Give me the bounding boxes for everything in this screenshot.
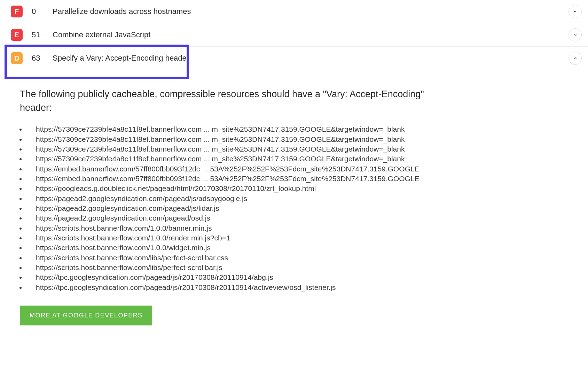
resource-url-item: https://scripts.host.bannerflow.com/1.0.…	[26, 223, 573, 233]
resource-url-item: https://57309ce7239bfe4a8c11f8ef.bannerf…	[26, 144, 573, 154]
resource-url-item: https://pagead2.googlesyndication.com/pa…	[26, 203, 573, 213]
audit-row-vary-header[interactable]: D 63 Specify a Vary: Accept-Encoding hea…	[5, 47, 588, 70]
expand-toggle[interactable]	[569, 5, 582, 18]
resource-url-item: https://pagead2.googlesyndication.com/pa…	[26, 194, 573, 203]
grade-badge: D	[11, 52, 23, 64]
resource-url-item: https://tpc.googlesyndication.com/pagead…	[26, 283, 573, 292]
resource-url-item: https://scripts.host.bannerflow.com/libs…	[26, 253, 573, 263]
resource-url-list: https://57309ce7239bfe4a8c11f8ef.bannerf…	[20, 124, 573, 292]
chevron-up-icon	[573, 56, 578, 61]
chevron-down-icon	[573, 9, 578, 14]
resource-url-item: https://embed.bannerflow.com/57ff800fbb0…	[26, 174, 573, 184]
score-value: 51	[32, 30, 53, 39]
audit-row-combine-js[interactable]: E 51 Combine external JavaScript	[5, 23, 588, 47]
audit-detail-panel: The following publicly cacheable, compre…	[5, 70, 588, 339]
audit-title: Combine external JavaScript	[53, 30, 569, 39]
resource-url-item: https://pagead2.googlesyndication.com/pa…	[26, 213, 573, 223]
resource-url-item: https://scripts.host.bannerflow.com/libs…	[26, 263, 573, 272]
resource-url-item: https://scripts.host.bannerflow.com/1.0.…	[26, 233, 573, 243]
grade-badge: F	[11, 6, 23, 17]
audit-row-parallelize[interactable]: F 0 Parallelize downloads across hostnam…	[5, 0, 588, 23]
more-at-google-button[interactable]: MORE AT GOOGLE DEVELOPERS	[20, 306, 152, 325]
score-value: 0	[32, 7, 53, 16]
detail-heading: The following publicly cacheable, compre…	[20, 87, 455, 115]
resource-url-item: https://embed.bannerflow.com/57ff800fbb0…	[26, 164, 573, 174]
audit-title: Specify a Vary: Accept-Encoding header	[53, 54, 569, 63]
resource-url-item: https://tpc.googlesyndication.com/pagead…	[26, 272, 573, 282]
grade-badge: E	[11, 29, 23, 41]
resource-url-item: https://googleads.g.doubleclick.net/page…	[26, 184, 573, 193]
expand-toggle[interactable]	[569, 28, 582, 41]
resource-url-item: https://scripts.host.bannerflow.com/1.0.…	[26, 243, 573, 253]
collapse-toggle[interactable]	[569, 52, 582, 65]
audit-panel: F 0 Parallelize downloads across hostnam…	[0, 0, 588, 339]
audit-title: Parallelize downloads across hostnames	[53, 7, 569, 16]
resource-url-item: https://57309ce7239bfe4a8c11f8ef.bannerf…	[26, 134, 573, 144]
score-value: 63	[32, 54, 53, 63]
chevron-down-icon	[573, 32, 578, 37]
resource-url-item: https://57309ce7239bfe4a8c11f8ef.bannerf…	[26, 154, 573, 164]
resource-url-item: https://57309ce7239bfe4a8c11f8ef.bannerf…	[26, 124, 573, 134]
